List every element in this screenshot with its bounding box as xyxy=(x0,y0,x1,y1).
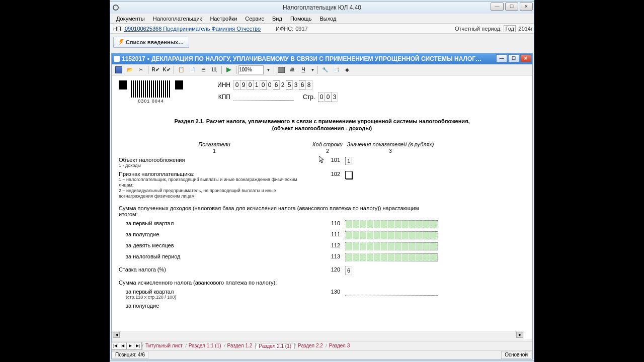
barcode: 0301 0044 xyxy=(131,80,171,98)
row-113-code: 113 xyxy=(310,253,345,259)
list-entered-button[interactable]: Список введенных… xyxy=(113,37,189,48)
tab-section-1-2[interactable]: Раздел 1.2 xyxy=(224,343,256,348)
font-button[interactable]: Щ xyxy=(209,65,219,74)
row-102-code: 102 xyxy=(310,171,345,177)
print2-button[interactable]: 🖶 xyxy=(287,65,297,74)
col-num-3: 3 xyxy=(345,148,436,154)
doc-maximize-button[interactable]: ☐ xyxy=(508,54,519,62)
tab-title-page[interactable]: Титульный лист xyxy=(142,343,186,348)
minimize-button[interactable]: — xyxy=(491,3,504,11)
tab-next-button[interactable]: ▶ xyxy=(126,342,134,350)
tab-section-2-1[interactable]: Раздел 2.1 (1) xyxy=(255,343,295,349)
k-check-button[interactable]: K✔ xyxy=(162,65,172,74)
tab-section-3[interactable]: Раздел 3 xyxy=(326,343,353,348)
tool-b-button[interactable]: 📑 xyxy=(331,65,341,74)
horizontal-scrollbar[interactable]: ◀ ▶ xyxy=(112,331,524,339)
row-111-value[interactable] xyxy=(345,231,438,239)
maximize-button[interactable]: ☐ xyxy=(505,3,518,11)
document-title-bar[interactable]: 1152017 • ДЕКЛАРАЦИЯ ПО НАЛОГУ, УПЛАЧИВА… xyxy=(112,53,532,64)
disk-icon xyxy=(115,66,122,73)
row-111-label: за полугодие xyxy=(119,231,310,237)
underline-dropdown[interactable]: ▾ xyxy=(309,65,315,74)
row-110-value[interactable] xyxy=(345,220,438,228)
document-toolbar: 📂 ✂ R✔ K✔ 📋 📄 ☰ Щ ▾ 🖶 Ч ▾ 🔧 📑 ◆ xyxy=(112,64,532,75)
col-header-1: Показатели xyxy=(119,141,310,147)
row-112-value[interactable] xyxy=(345,242,438,250)
section-title-2: (объект налогообложения - доходы) xyxy=(139,125,505,132)
zoom-select[interactable] xyxy=(238,65,264,74)
row-111-code: 111 xyxy=(310,231,345,237)
tool-a-button[interactable]: 🔧 xyxy=(320,65,330,74)
doc-close-button[interactable]: ✕ xyxy=(520,54,531,62)
row-120-value[interactable]: 6 xyxy=(345,266,352,275)
row-113-value[interactable] xyxy=(345,253,438,261)
section-tabs: |◀ ◀ ▶ ▶| Титульный лист Раздел 1.1 (1) … xyxy=(112,341,532,350)
row-110-label: за первый квартал xyxy=(119,220,310,226)
tab-prev-button[interactable]: ◀ xyxy=(119,342,127,350)
inn-cells: 090100625368 xyxy=(233,80,312,89)
close-button[interactable]: ✕ xyxy=(520,3,533,11)
menu-taxpayer[interactable]: Налогоплательщик xyxy=(149,16,206,22)
kpp-label: КПП xyxy=(213,94,230,101)
copy-button[interactable]: 📋 xyxy=(176,65,186,74)
status-mode: Основной xyxy=(501,351,531,359)
row-110-code: 110 xyxy=(310,220,345,226)
year-value: 2014г xyxy=(519,26,533,32)
report-period-label: Отчетный период: xyxy=(455,26,502,32)
row-101-value[interactable]: 1 xyxy=(345,157,352,165)
menu-view[interactable]: Вид xyxy=(268,16,286,22)
row-130-value[interactable] xyxy=(345,289,438,296)
format-button[interactable]: ☰ xyxy=(198,65,208,74)
paste-button[interactable]: 📄 xyxy=(187,65,197,74)
underline-button[interactable]: Ч xyxy=(298,65,308,74)
document-page: 0301 0044 ИНН 090100625368 КПП Стр. xyxy=(112,75,532,314)
list-entered-label: Список введенных… xyxy=(126,39,184,45)
tab-section-1-1[interactable]: Раздел 1.1 (1) xyxy=(186,343,224,348)
print-button[interactable] xyxy=(276,65,286,74)
row-102-sub2: 2 – индивидуальный предприниматель, не п… xyxy=(119,188,310,199)
inn-label: ИНН xyxy=(213,81,230,88)
doc-code: 1152017 xyxy=(122,55,145,62)
title-bar[interactable]: Налогоплательщик ЮЛ 4.40 — ☐ ✕ xyxy=(110,2,534,14)
menu-exit[interactable]: Выход xyxy=(315,16,340,22)
scroll-right-button[interactable]: ▶ xyxy=(516,332,523,338)
col-header-2: Код строки xyxy=(310,141,345,147)
menu-settings[interactable]: Настройки xyxy=(206,16,241,22)
np-link[interactable]: 090100625368 Предприниматель Фамилия Отч… xyxy=(125,26,261,32)
open-button[interactable]: 📂 xyxy=(125,65,135,74)
next-button[interactable] xyxy=(224,65,234,74)
tab-first-button[interactable]: |◀ xyxy=(111,342,119,350)
print-icon xyxy=(278,67,285,73)
tool-c-button[interactable]: ◆ xyxy=(342,65,352,74)
row-101-code: 101 xyxy=(310,157,345,163)
row-101-label: Объект налогообложения xyxy=(119,157,310,163)
menu-bar: Документы Налогоплательщик Настройки Сер… xyxy=(110,14,534,24)
year-select[interactable]: Год xyxy=(504,25,516,32)
row-113-label: за налоговый период xyxy=(119,253,310,259)
row-102-value[interactable] xyxy=(345,171,352,179)
zoom-dropdown[interactable]: ▾ xyxy=(265,65,272,74)
main-window: Налогоплательщик ЮЛ 4.40 — ☐ ✕ Документы… xyxy=(110,1,534,361)
doc-minimize-button[interactable]: — xyxy=(496,54,507,62)
doc-title: ДЕКЛАРАЦИЯ ПО НАЛОГУ, УПЛАЧИВАЕМОМУ В СВ… xyxy=(151,55,481,62)
tab-section-2-2[interactable]: Раздел 2.2 xyxy=(295,343,326,348)
tab-last-button[interactable]: ▶| xyxy=(134,342,142,350)
barcode-block: 0301 0044 xyxy=(119,80,183,98)
doc-icon xyxy=(114,56,120,62)
ifns-label: ИФНС: xyxy=(276,26,293,32)
ifns-value: 0917 xyxy=(295,26,307,32)
menu-documents[interactable]: Документы xyxy=(112,16,149,22)
save-button[interactable] xyxy=(114,65,124,74)
arrow-right-icon xyxy=(226,67,231,72)
menu-service[interactable]: Сервис xyxy=(241,16,268,22)
scroll-left-button[interactable]: ◀ xyxy=(113,332,120,338)
r-check-button[interactable]: R✔ xyxy=(150,65,160,74)
menu-help[interactable]: Помощь xyxy=(286,16,316,22)
row-131-label: за полугодие xyxy=(119,303,310,309)
row-102-sub1: 1 – налогоплательщик, производящий выпла… xyxy=(119,177,310,188)
page-label: Стр. xyxy=(303,94,315,101)
row-130-label: за первый квартал xyxy=(126,289,310,295)
document-content[interactable]: 0301 0044 ИНН 090100625368 КПП Стр. xyxy=(112,75,532,339)
delete-button[interactable]: ✂ xyxy=(136,65,146,74)
row-130-code: 130 xyxy=(310,289,345,295)
